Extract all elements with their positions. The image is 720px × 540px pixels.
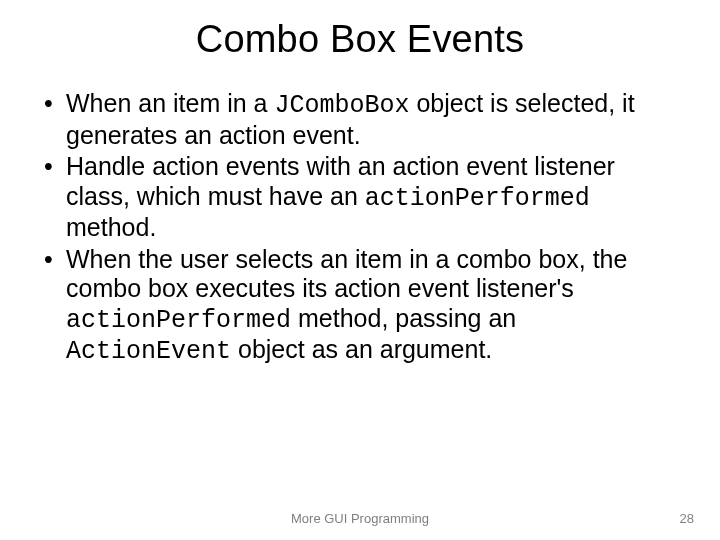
text-run: method, passing an <box>291 304 516 332</box>
code-run: actionPerformed <box>365 184 590 213</box>
bullet-item: Handle action events with an action even… <box>40 152 680 243</box>
text-run: When an item in a <box>66 89 274 117</box>
bullet-item: When the user selects an item in a combo… <box>40 245 680 367</box>
slide-body: When an item in a JComboBox object is se… <box>40 89 680 367</box>
bullet-list: When an item in a JComboBox object is se… <box>40 89 680 367</box>
text-run: object as an argument. <box>231 335 492 363</box>
code-run: JComboBox <box>274 91 409 120</box>
slide-title: Combo Box Events <box>40 18 680 61</box>
slide: Combo Box Events When an item in a JComb… <box>0 0 720 540</box>
text-run: When the user selects an item in a combo… <box>66 245 627 303</box>
footer-title: More GUI Programming <box>0 511 720 526</box>
text-run: method. <box>66 213 156 241</box>
code-run: ActionEvent <box>66 337 231 366</box>
page-number: 28 <box>680 511 694 526</box>
code-run: actionPerformed <box>66 306 291 335</box>
bullet-item: When an item in a JComboBox object is se… <box>40 89 680 150</box>
